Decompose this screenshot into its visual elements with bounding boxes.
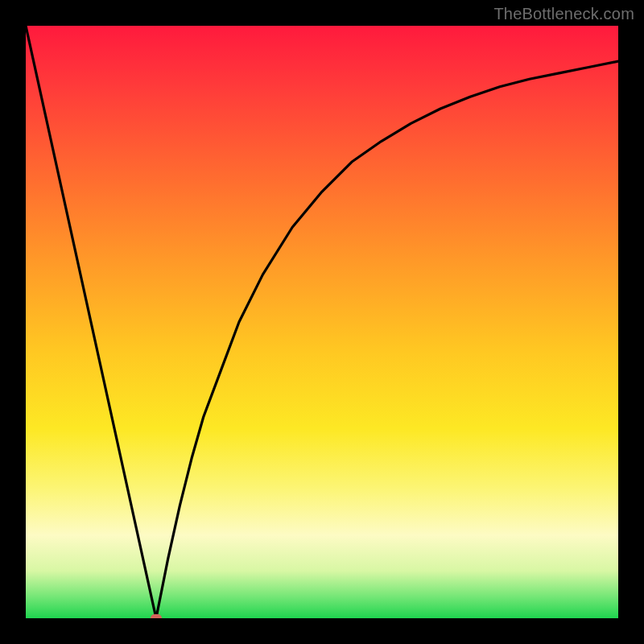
bottleneck-curve (26, 26, 618, 618)
minimum-marker (151, 614, 162, 618)
plot-area (26, 26, 618, 618)
attribution-text: TheBottleneck.com (493, 5, 634, 23)
chart-frame: TheBottleneck.com (0, 0, 644, 644)
